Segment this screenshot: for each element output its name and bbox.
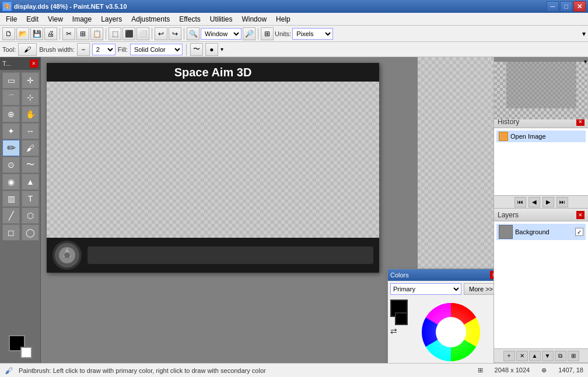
tool-label: Tool: bbox=[2, 46, 16, 53]
zoom-in-button[interactable]: 🔎 bbox=[243, 27, 256, 40]
menu-image[interactable]: Image bbox=[68, 13, 96, 25]
dropdown-arrow[interactable]: ▾ bbox=[220, 46, 223, 52]
menu-file[interactable]: File bbox=[1, 13, 22, 25]
brush-width-minus[interactable]: − bbox=[77, 43, 90, 56]
layers-panel-title: Layers bbox=[498, 211, 519, 219]
history-prev-button[interactable]: ◀ bbox=[528, 197, 540, 207]
select-all-button[interactable]: ⬛ bbox=[123, 27, 135, 40]
menubar: File Edit View Image Layers Adjustments … bbox=[0, 13, 588, 26]
tool-magic-wand[interactable]: ✦ bbox=[2, 123, 20, 139]
tool-text[interactable]: T bbox=[22, 191, 39, 207]
canvas-area[interactable]: Space Aim 3D bbox=[41, 57, 494, 363]
toolbar-end: ▾ bbox=[582, 30, 586, 38]
history-next-button[interactable]: ▶ bbox=[542, 197, 554, 207]
history-item-icon bbox=[499, 132, 508, 141]
tool-gradient[interactable]: ▥ bbox=[2, 191, 20, 207]
add-layer-button[interactable]: + bbox=[503, 351, 515, 361]
history-nav: ⏮ ◀ ▶ ⏭ bbox=[494, 195, 588, 208]
redo-button[interactable]: ↪ bbox=[169, 27, 181, 40]
paste-button[interactable]: 📋 bbox=[90, 27, 103, 40]
separator5 bbox=[258, 28, 258, 40]
menu-adjustments[interactable]: Adjustments bbox=[127, 13, 174, 25]
menu-edit[interactable]: Edit bbox=[22, 13, 43, 25]
toolbar1: 🗋 📂 💾 🖨 ✂ ⊞ 📋 ⬚ ⬛ ⬜ ↩ ↪ 🔍 Window 25% 48%… bbox=[0, 26, 588, 42]
swap-colors-icon[interactable]: ⇄ bbox=[390, 326, 416, 336]
tool-pencil[interactable]: ✏ bbox=[2, 140, 20, 156]
menu-utilities[interactable]: Utilities bbox=[205, 13, 237, 25]
tool-fill[interactable]: ▲ bbox=[22, 174, 39, 190]
deselect-button[interactable]: ⬚ bbox=[108, 27, 121, 40]
menu-help[interactable]: Help bbox=[271, 13, 295, 25]
thumbnail-panel: ▾ bbox=[494, 57, 588, 115]
tool-move[interactable]: ✛ bbox=[22, 72, 39, 89]
units-select[interactable]: Pixels Inches Centimeters bbox=[292, 28, 333, 40]
game-textbar bbox=[88, 246, 373, 264]
menu-layers[interactable]: Layers bbox=[96, 13, 127, 25]
tool-recolor[interactable]: ↔ bbox=[22, 123, 39, 139]
game-icon-inner bbox=[55, 243, 79, 267]
history-last-button[interactable]: ⏭ bbox=[556, 197, 568, 207]
fill-label: Fill: bbox=[118, 46, 128, 53]
hardness-button[interactable]: ● bbox=[205, 43, 218, 56]
brush-width-select[interactable]: 2 4 8 bbox=[92, 44, 116, 55]
copy-button[interactable]: ⊞ bbox=[76, 27, 89, 40]
layer-visibility-checkbox[interactable]: ✓ bbox=[575, 228, 583, 236]
tool-zoom[interactable]: ⊕ bbox=[2, 106, 20, 122]
secondary-color-indicator[interactable] bbox=[20, 347, 32, 358]
fill-select[interactable]: Solid Color Gradient No Fill bbox=[130, 44, 183, 55]
open-button[interactable]: 📂 bbox=[16, 27, 29, 40]
history-first-button[interactable]: ⏮ bbox=[514, 197, 526, 207]
tool-pan[interactable]: ✋ bbox=[22, 106, 39, 122]
more-button[interactable]: More >> bbox=[464, 283, 494, 295]
layers-panel-close[interactable]: ✕ bbox=[576, 211, 584, 219]
undo-button[interactable]: ↩ bbox=[155, 27, 167, 40]
tool-shapes[interactable]: ⬡ bbox=[22, 207, 39, 224]
save-button[interactable]: 💾 bbox=[30, 27, 43, 40]
close-button[interactable]: ✕ bbox=[573, 1, 586, 12]
tool-rectangle-select[interactable]: ▭ bbox=[2, 72, 20, 89]
thumbnail-arrow[interactable]: ▾ bbox=[584, 58, 587, 65]
history-item[interactable]: Open Image bbox=[496, 131, 586, 142]
tool-move-selection[interactable]: ⊹ bbox=[22, 89, 39, 105]
tool-smudge[interactable]: 〜 bbox=[22, 157, 39, 173]
secondary-color-swatch[interactable] bbox=[395, 312, 408, 325]
tool-freeform[interactable]: ◻ bbox=[2, 224, 20, 241]
paintbrush-icon: 🖌 bbox=[18, 43, 37, 56]
game-canvas[interactable]: Space Aim 3D bbox=[47, 63, 379, 273]
tool-paintbrush[interactable]: 🖌 bbox=[22, 140, 39, 156]
colors-toolbar: Primary Secondary More >> bbox=[388, 281, 494, 297]
color-type-select[interactable]: Primary Secondary bbox=[390, 283, 461, 295]
delete-layer-button[interactable]: ✕ bbox=[516, 351, 528, 361]
zoom-out-button[interactable]: 🔍 bbox=[187, 27, 200, 40]
move-layer-down-button[interactable]: ▼ bbox=[542, 351, 554, 361]
tool-lasso[interactable]: ⌒ bbox=[2, 89, 20, 105]
app-icon: 🎨 bbox=[2, 2, 12, 11]
colors-close-button[interactable]: ✕ bbox=[490, 271, 494, 279]
menu-effects[interactable]: Effects bbox=[174, 13, 205, 25]
color-wheel[interactable] bbox=[418, 300, 484, 363]
tool-color-picker[interactable]: ◉ bbox=[2, 174, 20, 190]
tool-line[interactable]: ╱ bbox=[2, 207, 20, 224]
grid-button[interactable]: ⊞ bbox=[261, 27, 274, 40]
print-button[interactable]: 🖨 bbox=[44, 27, 57, 40]
maximize-button[interactable]: □ bbox=[560, 1, 572, 12]
duplicate-layer-button[interactable]: ⧉ bbox=[555, 351, 566, 361]
merge-layer-button[interactable]: ⊞ bbox=[568, 351, 579, 361]
tools-colors bbox=[0, 330, 40, 363]
tool-clone-stamp[interactable]: ⊙ bbox=[2, 157, 20, 173]
brush-style-button[interactable]: 〜 bbox=[190, 43, 203, 56]
zoom-select[interactable]: Window 25% 48% 100% bbox=[201, 28, 242, 40]
cut-button[interactable]: ✂ bbox=[62, 27, 75, 40]
new-button[interactable]: 🗋 bbox=[2, 27, 15, 40]
invert-select-button[interactable]: ⬜ bbox=[136, 27, 149, 40]
menu-window[interactable]: Window bbox=[237, 13, 271, 25]
minimize-button[interactable]: ─ bbox=[547, 1, 559, 12]
move-layer-up-button[interactable]: ▲ bbox=[529, 351, 541, 361]
tools-grid: ▭ ✛ ⌒ ⊹ ⊕ ✋ ✦ ↔ ✏ 🖌 ⊙ 〜 ◉ ▲ ▥ T ╱ ⬡ ◻ ◯ bbox=[0, 70, 40, 243]
menu-view[interactable]: View bbox=[43, 13, 68, 25]
main-area: T... ✕ ▭ ✛ ⌒ ⊹ ⊕ ✋ ✦ ↔ ✏ 🖌 ⊙ 〜 ◉ ▲ ▥ T ╱… bbox=[0, 57, 588, 363]
tool-selection[interactable]: ◯ bbox=[22, 224, 39, 241]
layer-item[interactable]: Background ✓ bbox=[496, 224, 586, 240]
titlebar-controls[interactable]: ─ □ ✕ bbox=[547, 1, 586, 12]
tools-panel-close[interactable]: ✕ bbox=[30, 59, 38, 68]
